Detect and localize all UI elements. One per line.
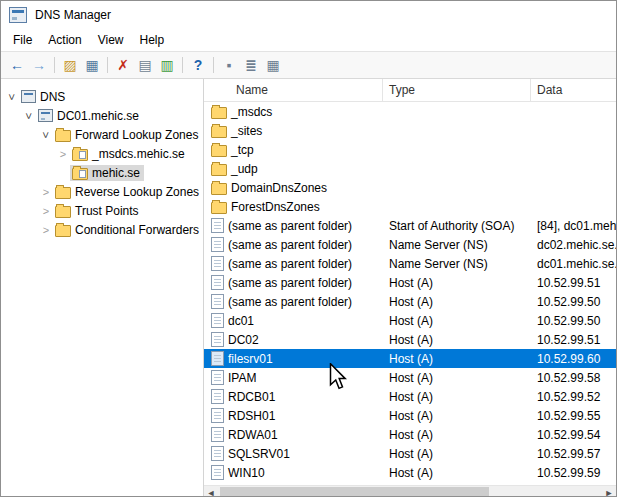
tree-item-dc01-mehic-se[interactable]: >DC01.mehic.se bbox=[1, 106, 203, 125]
tree-item-label: Trust Points bbox=[75, 204, 139, 218]
record-type: Host (A) bbox=[383, 352, 531, 366]
show-hide-console-tree-button[interactable]: ▦ bbox=[82, 55, 102, 75]
back-button[interactable]: ← bbox=[7, 55, 27, 75]
tree-item-forward-lookup-zones[interactable]: >Forward Lookup Zones bbox=[1, 125, 203, 144]
collapse-chevron-icon[interactable]: > bbox=[40, 128, 52, 142]
record-type: Start of Authority (SOA) bbox=[383, 219, 531, 233]
record-row-dc01[interactable]: dc01Host (A)10.52.99.50 bbox=[204, 311, 616, 330]
list-header: NameTypeData bbox=[204, 79, 616, 102]
column-header-type[interactable]: Type bbox=[383, 79, 531, 101]
console-icon bbox=[21, 90, 36, 103]
record-row-forestdnszones[interactable]: ForestDnsZones bbox=[204, 197, 616, 216]
record-data: 10.52.99.50 bbox=[531, 295, 616, 309]
toolbar: ←→▨▦✗▤▥?▪≣▦ bbox=[1, 51, 616, 79]
record-data: 10.52.99.54 bbox=[531, 428, 616, 442]
zone-icon bbox=[72, 149, 88, 161]
record-row-same-as-parent-folder[interactable]: (same as parent folder)Start of Authorit… bbox=[204, 216, 616, 235]
tree-item-conditional-forwarders[interactable]: >Conditional Forwarders bbox=[1, 220, 203, 239]
export-list-button[interactable]: ▥ bbox=[157, 55, 177, 75]
record-icon bbox=[211, 351, 224, 366]
delete-button[interactable]: ✗ bbox=[113, 55, 133, 75]
record-icon bbox=[211, 294, 224, 309]
dns-manager-app-icon bbox=[9, 7, 27, 23]
title-bar: DNS Manager bbox=[1, 1, 616, 29]
window-title: DNS Manager bbox=[35, 8, 111, 22]
record-data: 10.52.99.57 bbox=[531, 447, 616, 461]
expand-chevron-icon[interactable]: > bbox=[39, 186, 53, 198]
record-row-same-as-parent-folder[interactable]: (same as parent folder)Name Server (NS)d… bbox=[204, 254, 616, 273]
record-data: dc01.mehic.se. bbox=[531, 257, 616, 271]
menu-action[interactable]: Action bbox=[40, 31, 89, 49]
help-button[interactable]: ? bbox=[188, 55, 208, 75]
record-icon bbox=[211, 237, 224, 252]
column-header-data[interactable]: Data bbox=[531, 79, 616, 101]
scroll-left-arrow-icon[interactable]: ◄ bbox=[204, 486, 218, 497]
expand-chevron-icon[interactable]: > bbox=[39, 224, 53, 236]
record-row-same-as-parent-folder[interactable]: (same as parent folder)Host (A)10.52.99.… bbox=[204, 292, 616, 311]
record-row-msdcs[interactable]: _msdcs bbox=[204, 102, 616, 121]
record-row-win10[interactable]: WIN10Host (A)10.52.99.59 bbox=[204, 463, 616, 482]
record-row-udp[interactable]: _udp bbox=[204, 159, 616, 178]
record-row-sqlsrv01[interactable]: SQLSRV01Host (A)10.52.99.57 bbox=[204, 444, 616, 463]
record-row-tcp[interactable]: _tcp bbox=[204, 140, 616, 159]
record-name: ForestDnsZones bbox=[231, 200, 320, 214]
tree-item-label: Reverse Lookup Zones bbox=[75, 185, 199, 199]
tree-item-trust-points[interactable]: >Trust Points bbox=[1, 201, 203, 220]
folder-icon bbox=[55, 206, 71, 218]
up-one-level-button[interactable]: ▨ bbox=[60, 55, 80, 75]
large-icons-view-button[interactable]: ▪ bbox=[219, 55, 239, 75]
record-row-sites[interactable]: _sites bbox=[204, 121, 616, 140]
column-header-name[interactable]: Name bbox=[204, 79, 383, 101]
menu-view[interactable]: View bbox=[90, 31, 132, 49]
scrollbar-track[interactable] bbox=[218, 486, 602, 497]
details-view-button[interactable]: ▦ bbox=[263, 55, 283, 75]
zone-icon bbox=[72, 168, 88, 180]
record-data: 10.52.99.52 bbox=[531, 390, 616, 404]
list-body: _msdcs_sites_tcp_udpDomainDnsZonesForest… bbox=[204, 102, 616, 485]
record-data: 10.52.99.59 bbox=[531, 466, 616, 480]
forward-button[interactable]: → bbox=[29, 55, 49, 75]
record-type: Host (A) bbox=[383, 314, 531, 328]
record-row-dc02[interactable]: DC02Host (A)10.52.99.51 bbox=[204, 330, 616, 349]
horizontal-scrollbar[interactable]: ◄ ► bbox=[204, 485, 616, 497]
tree-item-label: mehic.se bbox=[92, 166, 140, 180]
menu-help[interactable]: Help bbox=[132, 31, 173, 49]
collapse-chevron-icon[interactable]: > bbox=[23, 109, 35, 123]
record-row-same-as-parent-folder[interactable]: (same as parent folder)Name Server (NS)d… bbox=[204, 235, 616, 254]
record-data: [84], dc01.meh bbox=[531, 219, 616, 233]
tree-item-reverse-lookup-zones[interactable]: >Reverse Lookup Zones bbox=[1, 182, 203, 201]
record-icon bbox=[211, 465, 224, 480]
record-name: dc01 bbox=[228, 314, 254, 328]
menu-file[interactable]: File bbox=[5, 31, 40, 49]
scrollbar-thumb[interactable] bbox=[220, 487, 489, 497]
record-name: DomainDnsZones bbox=[231, 181, 327, 195]
record-type: Host (A) bbox=[383, 428, 531, 442]
record-type: Host (A) bbox=[383, 466, 531, 480]
record-name: (same as parent folder) bbox=[228, 295, 352, 309]
tree-item-msdcs-mehic-se[interactable]: >_msdcs.mehic.se bbox=[1, 144, 203, 163]
record-name: _msdcs bbox=[231, 105, 272, 119]
expand-chevron-icon[interactable]: > bbox=[56, 148, 70, 160]
record-row-ipam[interactable]: IPAMHost (A)10.52.99.58 bbox=[204, 368, 616, 387]
tree-item-mehic-se[interactable]: mehic.se bbox=[1, 163, 203, 182]
expand-chevron-icon[interactable]: > bbox=[39, 205, 53, 217]
properties-button[interactable]: ▤ bbox=[135, 55, 155, 75]
tree-item-dns[interactable]: >DNS bbox=[1, 87, 203, 106]
record-row-same-as-parent-folder[interactable]: (same as parent folder)Host (A)10.52.99.… bbox=[204, 273, 616, 292]
collapse-chevron-icon[interactable]: > bbox=[6, 90, 18, 104]
record-row-rdwa01[interactable]: RDWA01Host (A)10.52.99.54 bbox=[204, 425, 616, 444]
records-pane: NameTypeData _msdcs_sites_tcp_udpDomainD… bbox=[204, 79, 616, 497]
list-view-button[interactable]: ≣ bbox=[241, 55, 261, 75]
folder-icon bbox=[55, 130, 71, 142]
record-data: 10.52.99.50 bbox=[531, 314, 616, 328]
folder-icon bbox=[211, 107, 227, 119]
tree-item-label: DNS bbox=[40, 90, 65, 104]
record-name: WIN10 bbox=[228, 466, 265, 480]
record-row-filesrv01[interactable]: filesrv01Host (A)10.52.99.60 bbox=[204, 349, 616, 368]
record-row-rdsh01[interactable]: RDSH01Host (A)10.52.99.55 bbox=[204, 406, 616, 425]
scroll-right-arrow-icon[interactable]: ► bbox=[602, 486, 616, 497]
record-row-domaindnszones[interactable]: DomainDnsZones bbox=[204, 178, 616, 197]
folder-icon bbox=[55, 225, 71, 237]
record-row-rdcb01[interactable]: RDCB01Host (A)10.52.99.52 bbox=[204, 387, 616, 406]
tree-item-label: DC01.mehic.se bbox=[57, 109, 139, 123]
